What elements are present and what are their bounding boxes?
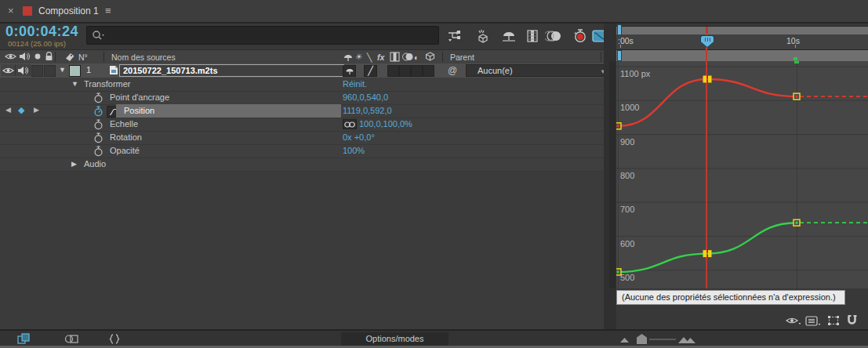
- motion-blur-icon[interactable]: [544, 28, 563, 44]
- keyframe-diamond-icon[interactable]: ◆: [18, 105, 24, 115]
- search-input[interactable]: [111, 28, 435, 42]
- graph-canvas[interactable]: 1100 px1000900800700600500: [616, 61, 868, 288]
- previous-keyframe-icon[interactable]: ◀: [5, 106, 11, 114]
- scale-stopwatch-icon[interactable]: [93, 119, 104, 130]
- svg-text:1000: 1000: [620, 103, 639, 112]
- zoom-out-small-mountain-icon[interactable]: [619, 337, 630, 343]
- timeline-zoom-slider-handle[interactable]: [637, 334, 647, 344]
- anchor-point-label[interactable]: Point d'ancrage: [110, 92, 169, 102]
- zoom-in-large-mountain-icon[interactable]: [677, 335, 696, 344]
- anchor-point-value[interactable]: 960,0,540,0: [343, 92, 388, 102]
- search-field[interactable]: [86, 26, 439, 45]
- svg-text:800: 800: [620, 171, 634, 180]
- layer-switches-pane-icon[interactable]: [17, 333, 31, 345]
- scale-label[interactable]: Echelle: [110, 119, 138, 129]
- graph-editor[interactable]: 1100 px1000900800700600500: [616, 61, 868, 288]
- rotation-stopwatch-icon[interactable]: [93, 132, 104, 143]
- label-column-tag-icon: [64, 52, 75, 62]
- number-column-label: N°: [78, 53, 88, 62]
- current-timecode[interactable]: 0:00:04:24: [5, 24, 78, 40]
- opacity-row[interactable]: Opacité 100%: [0, 144, 604, 158]
- opacity-stopwatch-icon[interactable]: [93, 146, 104, 157]
- opacity-value[interactable]: 100%: [343, 146, 365, 155]
- scale-value[interactable]: 100,0,100,0%: [359, 119, 412, 129]
- audio-group-label[interactable]: Audio: [84, 159, 106, 169]
- close-panel-icon[interactable]: ×: [8, 5, 14, 16]
- rotation-value[interactable]: 0x +0,0°: [343, 132, 375, 142]
- transform-reset-link[interactable]: Réinit.: [343, 79, 367, 89]
- frame-blending-icon[interactable]: [523, 28, 542, 44]
- timeline-zoom-slider-track[interactable]: [649, 339, 676, 340]
- motion-blur-switch-icon: [402, 52, 413, 62]
- position-value[interactable]: 1119,0,592,0: [343, 106, 392, 115]
- layer-motion-blur-well[interactable]: [411, 65, 423, 77]
- layer-quality-toggle[interactable]: ╱: [364, 65, 377, 77]
- scale-row[interactable]: Echelle 100,0,100,0%: [0, 118, 604, 132]
- composition-mini-flowchart-icon[interactable]: [445, 28, 464, 44]
- video-column-eye-icon: [5, 52, 16, 61]
- svg-text:900: 900: [620, 137, 634, 147]
- opacity-label[interactable]: Opacité: [110, 146, 140, 155]
- layer-shy-toggle[interactable]: [343, 65, 356, 77]
- transform-group-row[interactable]: ▼ Transformer Réinit.: [0, 78, 604, 92]
- transform-group-label[interactable]: Transformer: [84, 79, 131, 89]
- anchor-stopwatch-icon[interactable]: [93, 92, 104, 103]
- effects-switch-icon: fx: [377, 53, 384, 62]
- show-transform-box-icon[interactable]: [825, 314, 842, 327]
- layer-expand-arrow[interactable]: ▼: [59, 66, 66, 74]
- constrain-proportions-link-icon[interactable]: [343, 119, 357, 129]
- after-effects-timeline-panel: × Composition 1 ≡ 0:00:04:24 00124 (25.0…: [0, 0, 868, 348]
- layer-audio-toggle[interactable]: [16, 64, 31, 76]
- draft-3d-icon[interactable]: [474, 28, 492, 44]
- parent-dropdown[interactable]: Aucun(e)▼: [466, 64, 612, 77]
- 3d-layer-switch-icon: [425, 52, 435, 62]
- hide-shy-layers-icon[interactable]: [499, 28, 518, 44]
- layer-name[interactable]: 20150722_150713.m2ts: [119, 64, 344, 77]
- panel-menu-icon[interactable]: ≡: [105, 5, 111, 16]
- auto-keyframe-icon[interactable]: [570, 28, 589, 44]
- adjustment-layer-switch-icon: ◐: [414, 53, 419, 62]
- layer-frame-blend-well[interactable]: [399, 65, 411, 77]
- work-area-bracket[interactable]: [617, 50, 622, 61]
- layer-fx-well[interactable]: [387, 65, 399, 77]
- playhead-top-tick: [706, 27, 708, 34]
- rotation-label[interactable]: Rotation: [110, 132, 142, 142]
- options-modes-button[interactable]: Options/modes: [341, 332, 449, 346]
- anchor-point-row[interactable]: Point d'ancrage 960,0,540,0: [0, 91, 604, 105]
- position-stopwatch-icon[interactable]: [93, 106, 104, 117]
- rotation-row[interactable]: Rotation 0x +0,0°: [0, 131, 604, 145]
- shy-switch-icon: [343, 52, 354, 62]
- layer-row[interactable]: ▼ 1 20150722_150713.m2ts ╱ @ Aucun(e)▼: [0, 63, 604, 78]
- time-ruler[interactable]: :00s 10s: [616, 34, 868, 50]
- position-label[interactable]: Position: [124, 106, 154, 115]
- playhead-marker[interactable]: [700, 35, 714, 48]
- work-area-bar[interactable]: [616, 49, 868, 62]
- graph-show-properties-eye-icon[interactable]: [784, 314, 801, 327]
- layer-lock-well[interactable]: [44, 65, 56, 77]
- svg-text:500: 500: [620, 273, 634, 282]
- transform-expand-arrow[interactable]: ▼: [71, 80, 78, 88]
- graph-type-options-icon[interactable]: [804, 314, 822, 327]
- position-row[interactable]: ◀ ◆ ▶ Position 1119,0,592,0: [0, 104, 604, 118]
- audio-expand-arrow[interactable]: ▶: [71, 160, 77, 168]
- solo-column-icon: [34, 52, 42, 61]
- in-out-duration-pane-icon[interactable]: [108, 333, 121, 345]
- layer-3d-well[interactable]: [423, 65, 434, 77]
- composition-tab[interactable]: Composition 1: [38, 5, 99, 16]
- audio-group-row[interactable]: ▶ Audio: [0, 158, 604, 172]
- audio-column-speaker-icon: [19, 52, 30, 61]
- frame-blend-switch-icon: [390, 52, 400, 62]
- parent-pick-whip-icon[interactable]: @: [448, 65, 457, 76]
- transfer-controls-pane-icon[interactable]: [64, 333, 78, 345]
- graph-value-scrollbar[interactable]: [609, 61, 616, 288]
- collapse-switch-icon: ☀: [355, 52, 362, 61]
- layer-solo-well[interactable]: [31, 65, 43, 77]
- next-keyframe-icon[interactable]: ▶: [34, 106, 39, 114]
- parent-column-label: Parent: [450, 53, 474, 62]
- footage-file-icon: [109, 65, 118, 75]
- layer-video-eye-toggle[interactable]: [1, 64, 16, 76]
- layer-label-swatch[interactable]: [69, 65, 81, 77]
- snap-magnet-icon[interactable]: [843, 314, 860, 327]
- lock-column-icon: [44, 52, 54, 61]
- transform-properties: ▼ Transformer Réinit. Point d'ancrage 96…: [0, 78, 604, 172]
